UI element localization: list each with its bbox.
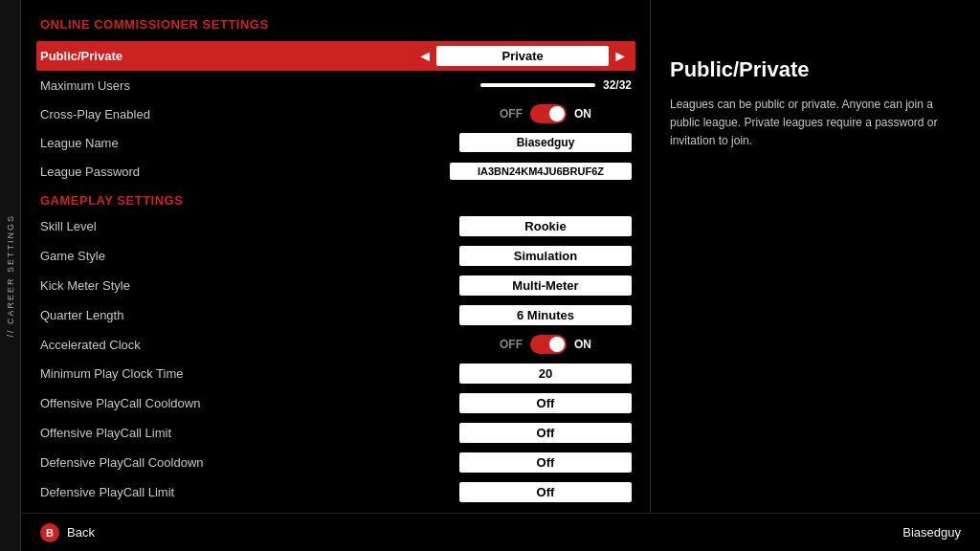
off-limit-value[interactable]: Off (459, 423, 632, 443)
league-password-value[interactable]: IA3BN24KM4JU6BRUF6Z (450, 163, 632, 180)
accelerated-clock-toggle[interactable] (530, 335, 567, 354)
cross-play-row: Cross-Play Enabled OFF ON (40, 99, 632, 128)
back-button[interactable]: B Back (40, 523, 95, 542)
def-limit-row: Defensive PlayCall Limit Off (40, 477, 632, 507)
public-private-label: Public/Private (40, 49, 232, 63)
quarter-length-value[interactable]: 6 Minutes (459, 305, 632, 325)
maximum-users-value: 32/32 (459, 78, 632, 92)
cross-play-label: Cross-Play Enabled (40, 107, 232, 121)
skill-level-value[interactable]: Rookie (459, 216, 632, 236)
info-panel: Public/Private Leagues can be public or … (651, 0, 980, 551)
min-play-clock-value[interactable]: 20 (459, 364, 632, 384)
min-play-clock-row: Minimum Play Clock Time 20 (40, 359, 632, 388)
league-name-display: Biasedguy (459, 133, 632, 152)
def-cooldown-display: Off (459, 452, 632, 473)
def-cooldown-value[interactable]: Off (459, 452, 632, 473)
kick-meter-value[interactable]: Multi-Meter (459, 276, 632, 296)
back-label: Back (67, 525, 95, 540)
gameplay-section-header: Gameplay Settings (40, 186, 632, 211)
min-play-clock-display: 20 (459, 364, 632, 384)
info-description: Leagues can be public or private. Anyone… (670, 96, 961, 151)
progress-fill (480, 83, 595, 87)
game-style-label: Game Style (40, 249, 232, 263)
side-label: // CAREER SETTINGS (0, 0, 21, 551)
info-title: Public/Private (670, 57, 961, 82)
league-name-label: League Name (40, 136, 232, 150)
arrow-right-icon[interactable]: ► (609, 48, 632, 65)
arrow-left-icon[interactable]: ◄ (413, 48, 436, 65)
quarter-length-label: Quarter Length (40, 308, 232, 322)
off-limit-display: Off (459, 423, 632, 443)
kick-meter-row: Kick Meter Style Multi-Meter (40, 271, 632, 300)
accel-toggle-off-label: OFF (500, 338, 523, 351)
toggle-thumb (549, 106, 565, 121)
settings-list: Public/Private ◄ Private ► Maximum Users… (21, 41, 651, 516)
off-cooldown-row: Offensive PlayCall Cooldown Off (40, 388, 632, 418)
toggle-on-label: ON (574, 107, 591, 121)
off-limit-row: Offensive PlayCall Limit Off (40, 418, 632, 448)
league-name-row: League Name Biasedguy (40, 128, 632, 157)
accelerated-clock-label: Accelerated Clock (40, 338, 232, 352)
progress-label: 32/32 (603, 78, 632, 92)
cross-play-toggle[interactable] (530, 104, 567, 123)
off-cooldown-value[interactable]: Off (459, 393, 632, 413)
min-play-clock-label: Minimum Play Clock Time (40, 366, 232, 381)
accelerated-clock-row: Accelerated Clock OFF ON (40, 330, 632, 359)
public-private-row[interactable]: Public/Private ◄ Private ► (36, 41, 635, 71)
game-style-row: Game Style Simulation (40, 241, 632, 271)
def-limit-display: Off (459, 482, 632, 502)
skill-level-label: Skill Level (40, 219, 232, 233)
quarter-length-display: 6 Minutes (459, 305, 632, 325)
league-password-row: League Password IA3BN24KM4JU6BRUF6Z (40, 157, 632, 186)
def-cooldown-row: Defensive PlayCall Cooldown Off (40, 448, 632, 477)
cross-play-value[interactable]: OFF ON (459, 104, 632, 123)
maximum-users-row: Maximum Users 32/32 (40, 71, 632, 99)
off-cooldown-display: Off (459, 393, 632, 413)
league-password-display: IA3BN24KM4JU6BRUF6Z (450, 163, 632, 180)
game-style-display: Simulation (459, 246, 632, 266)
settings-title: Online Commissioner Settings (21, 0, 651, 41)
toggle-off-label: OFF (500, 107, 523, 121)
kick-meter-display: Multi-Meter (459, 276, 632, 296)
b-icon: B (40, 523, 59, 542)
def-limit-value[interactable]: Off (459, 482, 632, 502)
public-private-value[interactable]: ◄ Private ► (413, 46, 632, 66)
quarter-length-row: Quarter Length 6 Minutes (40, 300, 632, 330)
game-style-value[interactable]: Simulation (459, 246, 632, 266)
kick-meter-label: Kick Meter Style (40, 278, 232, 293)
settings-panel: Online Commissioner Settings Public/Priv… (21, 0, 651, 551)
skill-level-display: Rookie (459, 216, 632, 236)
league-password-label: League Password (40, 165, 232, 179)
maximum-users-label: Maximum Users (40, 78, 232, 93)
def-limit-label: Defensive PlayCall Limit (40, 485, 232, 499)
accel-toggle-on-label: ON (574, 338, 591, 351)
league-name-value[interactable]: Biasedguy (459, 133, 632, 152)
off-limit-label: Offensive PlayCall Limit (40, 426, 232, 440)
accelerated-clock-value[interactable]: OFF ON (459, 335, 632, 354)
bottom-bar: B Back Biasedguy (21, 513, 980, 551)
progress-bar (480, 83, 595, 87)
off-cooldown-label: Offensive PlayCall Cooldown (40, 396, 232, 410)
skill-level-row: Skill Level Rookie (40, 211, 632, 241)
public-private-display: Private (436, 46, 609, 66)
username-display: Biasedguy (902, 525, 961, 540)
accel-toggle-thumb (549, 337, 565, 352)
def-cooldown-label: Defensive PlayCall Cooldown (40, 455, 232, 470)
